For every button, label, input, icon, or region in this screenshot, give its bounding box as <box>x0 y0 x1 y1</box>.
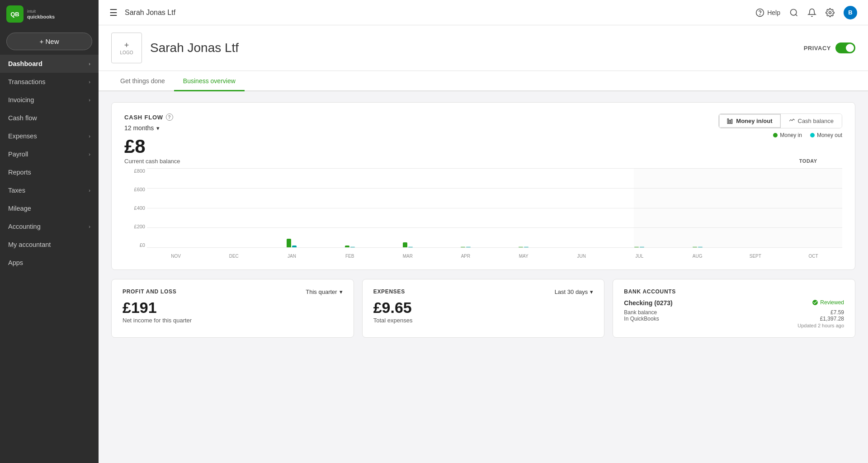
topbar-icons: Help B <box>755 6 857 19</box>
chevron-right-icon: › <box>89 79 90 85</box>
bar-money-in <box>345 246 349 247</box>
pl-title: PROFIT AND LOSS <box>123 288 176 295</box>
sidebar-item-cash-flow[interactable]: Cash flow <box>0 109 99 127</box>
privacy-toggle-area: PRIVACY <box>804 43 855 53</box>
chevron-right-icon: › <box>89 61 90 66</box>
notification-button[interactable] <box>807 8 816 17</box>
pl-amount: £191 <box>123 300 343 315</box>
cashflow-period-label: 12 months <box>124 124 154 132</box>
chart-month-group <box>263 168 321 247</box>
today-label: TODAY <box>799 158 817 164</box>
user-avatar[interactable]: B <box>844 6 857 19</box>
xaxis-month-label: MAR <box>379 254 437 259</box>
legend-money-out: Money out <box>810 132 842 138</box>
toggle-cash-balance[interactable]: Cash balance <box>781 114 842 128</box>
search-button[interactable] <box>789 8 798 17</box>
new-button[interactable]: + New <box>6 33 92 50</box>
privacy-label: PRIVACY <box>804 45 831 52</box>
chevron-right-icon: › <box>89 97 90 103</box>
content-area: + LOGO Sarah Jonas Ltf PRIVACY Get thing… <box>99 25 868 463</box>
chart-month-group <box>147 168 205 247</box>
sidebar-item-label: Transactions <box>8 78 45 85</box>
sidebar-item-mileage[interactable]: Mileage <box>0 199 99 217</box>
svg-point-3 <box>760 14 760 14</box>
cashflow-help-icon[interactable]: ? <box>166 113 173 121</box>
cashflow-sublabel: Current cash balance <box>124 158 180 165</box>
chart-month-group <box>552 168 610 247</box>
bar-money-out <box>350 247 355 247</box>
bank-title: BANK ACCOUNTS <box>624 288 676 295</box>
chevron-down-icon: ▾ <box>156 125 160 132</box>
sidebar-item-accounting[interactable]: Accounting› <box>0 217 99 236</box>
expenses-period[interactable]: Last 30 days ▾ <box>555 288 594 295</box>
sidebar-item-label: Accounting <box>8 223 41 230</box>
xaxis-month-label: DEC <box>205 254 263 259</box>
profit-loss-card: PROFIT AND LOSS This quarter ▾ £191 Net … <box>111 279 354 338</box>
bar-money-in <box>634 247 639 247</box>
sidebar-item-label: Taxes <box>8 187 25 194</box>
sidebar-item-dashboard[interactable]: Dashboard› <box>0 55 99 73</box>
sidebar-item-expenses[interactable]: Expenses› <box>0 127 99 145</box>
bank-row: Checking (0273) Reviewed <box>624 299 844 307</box>
expenses-card: EXPENSES Last 30 days ▾ £9.65 Total expe… <box>362 279 605 338</box>
pl-period[interactable]: This quarter ▾ <box>306 288 342 295</box>
sidebar-item-payroll[interactable]: Payroll› <box>0 145 99 163</box>
chart-month-group <box>495 168 552 247</box>
logo-label: LOGO <box>120 50 133 55</box>
xaxis-month-label: NOV <box>147 254 205 259</box>
settings-button[interactable] <box>826 8 835 17</box>
xaxis-month-label: JUN <box>552 254 610 259</box>
bar-money-out <box>640 247 644 247</box>
xaxis-month-label: APR <box>437 254 495 259</box>
svg-rect-6 <box>727 118 728 123</box>
xaxis-month-label: AUG <box>669 254 726 259</box>
sidebar-nav: Dashboard›Transactions›Invoicing›Cash fl… <box>0 55 99 272</box>
help-label: Help <box>767 9 780 16</box>
company-name: Sarah Jonas Ltf <box>150 41 804 55</box>
chart-area: TODAY <box>147 168 842 248</box>
svg-text:QB: QB <box>10 11 19 18</box>
chart-month-group <box>784 168 842 247</box>
bank-accounts-card: BANK ACCOUNTS Checking (0273) Reviewed B… <box>613 279 855 338</box>
bank-details: Bank balance £7.59 In QuickBooks £1,397.… <box>624 309 844 322</box>
chart-month-group <box>669 168 726 247</box>
legend-money-in: Money in <box>773 132 802 138</box>
xaxis-month-label: SEPT <box>726 254 784 259</box>
bar-money-out <box>698 247 703 247</box>
tabs-bar: Get things done Business overview <box>99 71 868 91</box>
privacy-toggle[interactable] <box>835 43 855 53</box>
svg-point-5 <box>829 11 831 14</box>
xaxis-month-label: OCT <box>784 254 842 259</box>
cashflow-card: CASH FLOW ? 12 months ▾ £8 Current cash … <box>111 102 855 270</box>
company-logo-box[interactable]: + LOGO <box>111 33 142 63</box>
bar-money-out <box>524 247 528 247</box>
expenses-title: EXPENSES <box>373 288 405 295</box>
money-in-dot <box>773 133 778 137</box>
chart-month-group <box>437 168 495 247</box>
cashflow-period-select[interactable]: 12 months ▾ <box>124 124 180 132</box>
help-button[interactable]: Help <box>755 8 780 17</box>
chart-yaxis: £800 £600 £400 £200 £0 <box>124 168 145 259</box>
money-out-dot <box>810 133 815 137</box>
sidebar-item-my-accountant[interactable]: My accountant <box>0 236 99 254</box>
tab-business-overview[interactable]: Business overview <box>174 71 245 91</box>
sidebar-item-reports[interactable]: Reports <box>0 163 99 181</box>
pl-sublabel: Net income for this quarter <box>123 317 343 324</box>
xaxis-month-label: JUL <box>610 254 668 259</box>
chart-month-group <box>205 168 263 247</box>
chart-bars <box>147 168 842 247</box>
chevron-right-icon: › <box>89 151 90 157</box>
topbar: ☰ Sarah Jonas Ltf Help B <box>99 0 868 25</box>
sidebar-item-apps[interactable]: Apps <box>0 254 99 272</box>
toggle-money-inout[interactable]: Money in/out <box>719 114 780 128</box>
sidebar-item-label: Reports <box>8 169 31 176</box>
svg-rect-8 <box>731 119 732 123</box>
sidebar-item-taxes[interactable]: Taxes› <box>0 181 99 199</box>
menu-icon[interactable]: ☰ <box>109 7 118 18</box>
bottom-cards: PROFIT AND LOSS This quarter ▾ £191 Net … <box>111 279 855 338</box>
bar-money-out <box>466 247 471 247</box>
sidebar-item-invoicing[interactable]: Invoicing› <box>0 91 99 109</box>
main-area: ☰ Sarah Jonas Ltf Help B + LOGO <box>99 0 868 463</box>
tab-get-things-done[interactable]: Get things done <box>111 71 174 91</box>
sidebar-item-transactions[interactable]: Transactions› <box>0 73 99 91</box>
